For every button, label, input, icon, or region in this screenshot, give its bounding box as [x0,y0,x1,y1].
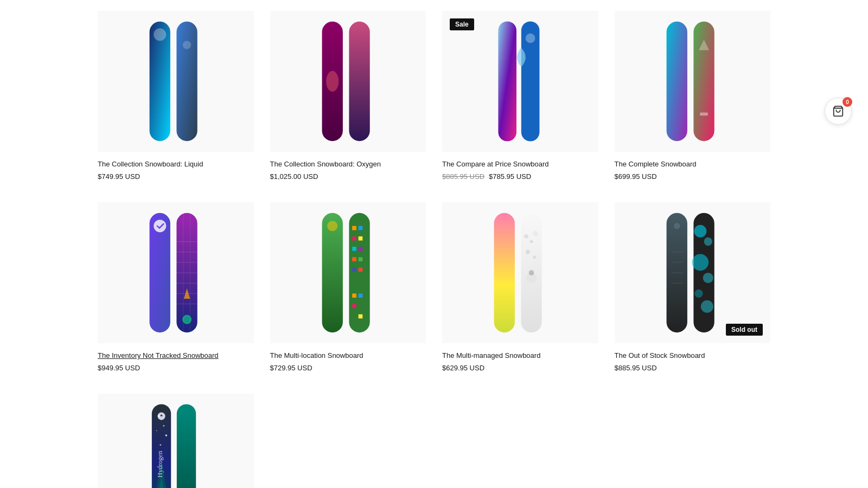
svg-point-50 [526,250,530,254]
svg-rect-1 [177,22,197,141]
product-title[interactable]: The Complete Snowboard [615,159,771,169]
svg-point-2 [154,28,167,41]
price-regular: $1,025.00 USD [270,172,318,181]
svg-point-27 [183,316,191,324]
svg-point-9 [525,34,535,43]
svg-point-47 [524,234,528,239]
price-regular: $729.95 USD [270,364,312,372]
product-card[interactable]: The Collection Snowboard: Oxygen $1,025.… [270,11,426,181]
product-title[interactable]: The Collection Snowboard: Oxygen [270,159,426,169]
svg-rect-43 [358,314,362,319]
product-title[interactable]: The Multi-managed Snowboard [442,351,598,361]
svg-point-75 [157,413,165,420]
product-image-wrapper [98,11,254,152]
product-image-wrapper: Sold out [615,202,771,343]
svg-rect-5 [349,22,369,141]
svg-rect-11 [693,22,714,141]
svg-point-60 [694,290,703,298]
cart-button-wrapper: 0 [825,98,852,125]
svg-point-57 [704,237,712,246]
product-card[interactable]: The Multi-location Snowboard $729.95 USD [270,202,426,372]
svg-rect-31 [358,226,362,230]
svg-rect-37 [358,257,362,261]
cart-count: 0 [843,97,852,107]
svg-rect-35 [358,247,362,251]
svg-point-53 [529,270,534,275]
price-sale: $785.95 USD [489,172,531,181]
product-title[interactable]: The Out of Stock Snowboard [615,351,771,361]
svg-point-58 [692,254,709,271]
svg-rect-42 [352,304,356,309]
svg-point-56 [694,225,706,237]
product-price: $749.95 USD [98,172,254,181]
product-image-wrapper: Sale [442,11,598,152]
product-image-wrapper [615,11,771,152]
product-title[interactable]: The Inventory Not Tracked Snowboard [98,351,254,361]
product-card[interactable]: The Inventory Not Tracked Snowboard $949… [98,202,254,372]
product-title[interactable]: The Multi-location Snowboard [270,351,426,361]
product-price: $729.95 USD [270,364,426,372]
svg-rect-39 [358,268,362,272]
product-price: $949.95 USD [98,364,254,372]
svg-rect-13 [700,113,708,116]
svg-point-70 [163,425,164,427]
svg-rect-41 [358,294,362,298]
svg-point-72 [165,435,167,437]
svg-rect-36 [352,257,356,261]
svg-rect-30 [352,226,356,230]
svg-point-3 [183,41,191,49]
product-title[interactable]: The Compare at Price Snowboard [442,159,598,169]
svg-point-59 [703,273,713,283]
svg-point-61 [701,300,713,313]
product-card[interactable]: The Collection Snowboard: Liquid $749.95… [98,11,254,181]
price-regular: $699.95 USD [615,172,657,181]
svg-point-49 [533,232,539,237]
product-title[interactable]: The Collection Snowboard: Liquid [98,159,254,169]
svg-point-6 [326,71,339,92]
product-card[interactable]: Sale The Compare at Price Snowboard $885… [442,11,598,181]
svg-rect-45 [494,213,515,332]
page-wrapper: The Collection Snowboard: Liquid $749.95… [54,0,814,488]
svg-rect-7 [498,21,516,141]
svg-rect-68 [177,404,196,488]
svg-point-73 [159,445,161,446]
svg-point-62 [674,223,680,229]
price-regular: $629.95 USD [442,364,484,372]
product-image-wrapper [98,202,254,343]
svg-rect-33 [358,236,362,241]
product-price: $885.95 USD [615,364,771,372]
product-card[interactable]: The Multi-managed Snowboard $629.95 USD [442,202,598,372]
svg-point-25 [154,220,167,232]
product-image-wrapper: Hydrogen [98,394,254,488]
svg-point-71 [156,431,157,432]
price-regular: $949.95 USD [98,364,140,372]
product-price: $885.95 USD $785.95 USD [442,172,598,181]
svg-point-48 [530,240,533,243]
cart-button[interactable]: 0 [825,98,852,125]
svg-point-51 [533,256,537,259]
price-regular: $885.95 USD [615,364,657,372]
svg-text:Hydrogen: Hydrogen [156,451,164,478]
product-image-wrapper [270,11,426,152]
svg-rect-38 [352,268,356,272]
product-image-wrapper [270,202,426,343]
price-regular: $749.95 USD [98,172,140,181]
price-original: $885.95 USD [442,172,484,181]
product-card[interactable]: Sold out The Out of Stock Snowboard $885… [615,202,771,372]
product-grid: The Collection Snowboard: Liquid $749.95… [98,0,770,488]
cart-icon [832,105,844,117]
svg-point-44 [327,221,337,231]
svg-rect-40 [352,294,356,298]
product-card[interactable]: Hydrogen The Videographer Snowboard $885… [98,394,254,488]
svg-rect-34 [352,247,356,251]
svg-rect-10 [666,22,687,141]
svg-rect-32 [352,236,356,241]
product-card[interactable]: The Complete Snowboard $699.95 USD [615,11,771,181]
sold-out-badge: Sold out [726,324,763,336]
product-price: $629.95 USD [442,364,598,372]
product-price: $1,025.00 USD [270,172,426,181]
product-price: $699.95 USD [615,172,771,181]
sale-badge: Sale [450,18,474,30]
product-image-wrapper [442,202,598,343]
